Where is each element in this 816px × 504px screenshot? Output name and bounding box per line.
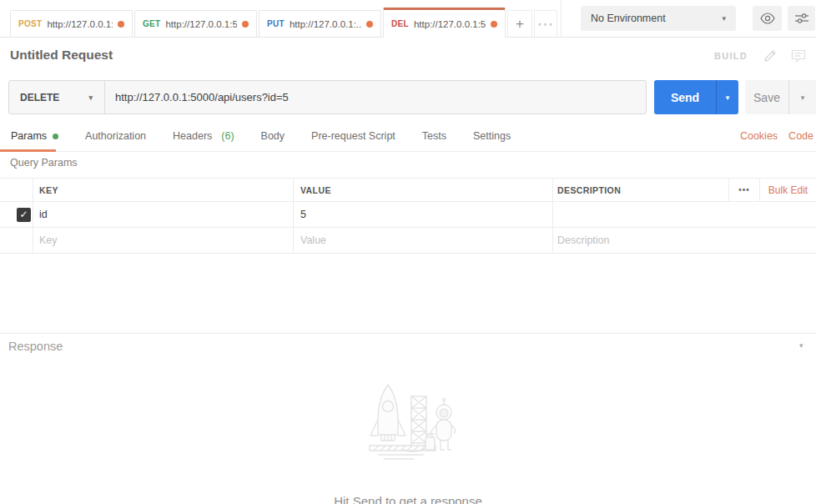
- url-input[interactable]: http://127.0.0.1:5000/api/users?id=5: [105, 81, 646, 113]
- tab-method-label: PUT: [267, 19, 285, 28]
- open-request-tabs: POST http://127.0.0.1:... GET http://127…: [10, 8, 559, 37]
- cookies-link[interactable]: Cookies: [740, 130, 778, 142]
- request-config-tabs: Params Authorization Headers (6) Body Pr…: [0, 121, 816, 152]
- tab-tests-label: Tests: [422, 130, 446, 142]
- save-button[interactable]: Save ▾: [745, 80, 816, 114]
- param-key-cell[interactable]: id: [33, 202, 294, 227]
- unsaved-dot-icon: [118, 21, 124, 28]
- save-button-label[interactable]: Save: [745, 80, 788, 114]
- tab-prerequest-label: Pre-request Script: [311, 130, 395, 142]
- request-tab-get[interactable]: GET http://127.0.0.1:5...: [134, 10, 257, 37]
- empty-response-rocket-illustration: [367, 382, 459, 471]
- tab-settings-label: Settings: [473, 130, 511, 142]
- chevron-down-icon: ▾: [722, 14, 726, 23]
- param-new-row: Key Value Description: [0, 228, 816, 254]
- table-header-row: KEY VALUE DESCRIPTION ••• Bulk Edit: [0, 178, 816, 202]
- unsaved-dot-icon: [242, 21, 249, 28]
- code-link[interactable]: Code: [788, 130, 813, 142]
- environment-quick-look-button[interactable]: [753, 6, 782, 31]
- unsaved-dot-icon: [491, 21, 497, 28]
- tab-body-label: Body: [261, 130, 285, 142]
- description-header-label: DESCRIPTION: [557, 185, 621, 195]
- rename-request-button[interactable]: [763, 48, 778, 67]
- tab-prerequest-script[interactable]: Pre-request Script: [311, 130, 395, 142]
- eye-icon: [760, 13, 775, 24]
- pencil-icon: [763, 48, 778, 63]
- tab-url-label: http://127.0.0.1:5...: [165, 19, 237, 29]
- url-builder: DELETE ▾ http://127.0.0.1:5000/api/users…: [8, 80, 647, 114]
- tab-authorization[interactable]: Authorization: [85, 130, 146, 142]
- tab-headers-label: Headers: [173, 130, 212, 142]
- params-more-options-button[interactable]: •••: [729, 185, 759, 194]
- tab-params[interactable]: Params: [11, 130, 58, 142]
- param-enabled-checkbox[interactable]: ✓: [17, 208, 31, 222]
- header-divider: [561, 0, 562, 38]
- headers-count-badge: (6): [221, 130, 234, 142]
- tab-url-label: http://127.0.0.1:5...: [414, 19, 486, 29]
- request-tab-delete-active[interactable]: DEL http://127.0.0.1:5...: [383, 8, 506, 38]
- sliders-icon: [795, 13, 808, 24]
- method-selected-label: DELETE: [20, 92, 59, 103]
- column-header-value: VALUE: [294, 179, 553, 201]
- active-tab-underline: [0, 149, 56, 152]
- send-options-button[interactable]: ▾: [716, 80, 738, 114]
- tab-authorization-label: Authorization: [85, 130, 146, 142]
- params-active-dot-icon: [53, 134, 58, 139]
- chevron-down-icon: ▾: [801, 93, 805, 102]
- empty-response-message: Hit Send to get a response: [0, 494, 816, 504]
- param-checkbox-cell: ✓: [0, 202, 33, 227]
- save-options-button[interactable]: ▾: [788, 80, 816, 114]
- workspace-tab-bar: POST http://127.0.0.1:... GET http://127…: [0, 0, 816, 38]
- comment-icon: [791, 49, 806, 63]
- add-tab-button[interactable]: +: [507, 10, 532, 37]
- column-header-description: DESCRIPTION ••• Bulk Edit: [553, 179, 816, 201]
- request-links: Cookies Code: [740, 130, 816, 142]
- method-selector[interactable]: DELETE ▾: [9, 81, 105, 113]
- header-checkbox-cell: [0, 179, 33, 201]
- response-section: Response ▾: [0, 333, 816, 504]
- request-tab-put[interactable]: PUT http://127.0.0.1:...: [259, 10, 381, 37]
- column-header-key: KEY: [33, 179, 294, 201]
- send-button-label[interactable]: Send: [654, 80, 716, 114]
- comment-button[interactable]: [791, 49, 806, 66]
- send-button[interactable]: Send ▾: [654, 80, 738, 114]
- query-params-title: Query Params: [10, 157, 78, 169]
- build-label: BUILD: [714, 51, 748, 61]
- request-header: Untitled Request BUILD: [0, 38, 816, 78]
- request-title: Untitled Request: [10, 48, 113, 63]
- unsaved-dot-icon: [366, 21, 373, 28]
- tab-url-label: http://127.0.0.1:...: [47, 19, 113, 29]
- param-value-cell[interactable]: 5: [294, 202, 553, 227]
- environment-selected-label: No Environment: [591, 13, 666, 24]
- tab-options-button[interactable]: ∘∘∘: [534, 10, 557, 37]
- param-checkbox-cell: [0, 228, 33, 253]
- tab-tests[interactable]: Tests: [422, 130, 446, 142]
- bulk-edit-link[interactable]: Bulk Edit: [760, 184, 816, 196]
- response-collapse-button[interactable]: ▾: [799, 341, 803, 350]
- environment-settings-button[interactable]: [788, 6, 815, 31]
- tab-url-label: http://127.0.0.1:...: [290, 19, 361, 29]
- tab-method-label: DEL: [391, 19, 409, 28]
- tab-headers[interactable]: Headers (6): [173, 130, 234, 142]
- tab-method-label: POST: [18, 19, 42, 28]
- param-description-cell[interactable]: [553, 202, 816, 227]
- tab-method-label: GET: [143, 19, 160, 28]
- header-actions: ••• Bulk Edit: [728, 179, 816, 201]
- param-value-input-placeholder[interactable]: Value: [294, 228, 553, 253]
- check-icon: ✓: [19, 209, 28, 220]
- tab-params-label: Params: [11, 130, 47, 142]
- environment-selector[interactable]: No Environment ▾: [581, 6, 736, 31]
- query-params-table: KEY VALUE DESCRIPTION ••• Bulk Edit ✓ id…: [0, 178, 816, 254]
- chevron-down-icon: ▾: [88, 93, 93, 102]
- param-key-input-placeholder[interactable]: Key: [33, 228, 294, 253]
- param-row: ✓ id 5: [0, 202, 816, 228]
- tab-body[interactable]: Body: [261, 130, 285, 142]
- response-title: Response: [8, 340, 63, 353]
- request-tab-post[interactable]: POST http://127.0.0.1:...: [10, 10, 133, 37]
- tab-settings[interactable]: Settings: [473, 130, 511, 142]
- param-description-input-placeholder[interactable]: Description: [553, 228, 816, 253]
- chevron-down-icon: ▾: [726, 93, 730, 102]
